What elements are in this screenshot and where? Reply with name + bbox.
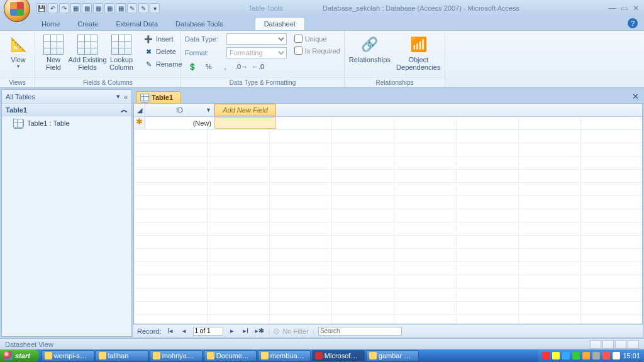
qat-icon[interactable]: ✎ bbox=[138, 3, 148, 13]
next-record-button[interactable]: ▸ bbox=[227, 327, 237, 336]
taskbar-item[interactable]: mohriya… bbox=[150, 350, 203, 361]
select-all-cell[interactable]: ◢ bbox=[134, 104, 145, 116]
pivotchart-view-button[interactable] bbox=[615, 340, 626, 349]
view-button[interactable]: 📐 View▾ bbox=[4, 33, 33, 70]
column-add-new-field[interactable]: Add New Field bbox=[214, 104, 276, 116]
lookup-column-button[interactable]: Lookup Column bbox=[107, 33, 136, 72]
close-button[interactable]: ✕ bbox=[633, 4, 639, 13]
unique-checkbox[interactable]: Unique bbox=[294, 35, 340, 43]
new-record-button[interactable]: ▸✱ bbox=[255, 327, 265, 336]
qat-more-icon[interactable]: ▾ bbox=[150, 3, 160, 13]
taskbar-items: wempi-s… latihan mohriya… Docume… membua… bbox=[42, 350, 539, 361]
tray-icon[interactable] bbox=[602, 352, 610, 359]
taskbar-item[interactable]: wempi-s… bbox=[42, 350, 94, 361]
help-button[interactable]: ? bbox=[628, 18, 638, 28]
grid-bg bbox=[134, 104, 642, 324]
add-existing-fields-button[interactable]: Add Existing Fields bbox=[73, 33, 102, 72]
qat-icon[interactable]: ▦ bbox=[82, 3, 92, 13]
record-position-input[interactable] bbox=[193, 327, 223, 336]
last-record-button[interactable]: ▸I bbox=[241, 327, 251, 336]
tab-datasheet[interactable]: Datasheet bbox=[255, 17, 305, 30]
design-view-button[interactable] bbox=[628, 340, 639, 349]
no-filter-indicator[interactable]: ⛒ No Filter bbox=[274, 327, 309, 335]
system-tray: 15:01 bbox=[538, 349, 644, 362]
delete-icon: ✖ bbox=[143, 47, 153, 57]
qat-icon[interactable]: ▦ bbox=[104, 3, 114, 13]
ribbon: 📐 View▾ Views New Field Add Existing Fie… bbox=[0, 30, 644, 88]
close-doc-button[interactable]: ✕ bbox=[632, 92, 639, 101]
taskbar-item[interactable]: membua… bbox=[258, 350, 311, 361]
percent-button[interactable]: % bbox=[201, 61, 216, 72]
tab-external-data[interactable]: External Data bbox=[107, 18, 167, 30]
decrease-decimals-button[interactable]: ←.0 bbox=[250, 61, 265, 72]
workspace: All Tables ▾ « Table1 ︽ Table1 : Table T… bbox=[0, 88, 644, 338]
navpane-header[interactable]: All Tables ▾ « bbox=[2, 90, 131, 104]
data-type-label: Data Type: bbox=[185, 35, 223, 43]
shutter-button[interactable]: « bbox=[124, 93, 128, 101]
tray-icon[interactable] bbox=[613, 352, 620, 359]
column-id[interactable]: ID▼ bbox=[145, 104, 214, 116]
rename-button[interactable]: ✎Rename bbox=[141, 58, 185, 70]
inc-dec-icon: .0→ bbox=[236, 62, 247, 72]
tray-icon[interactable] bbox=[572, 352, 580, 359]
table-icon bbox=[13, 119, 23, 128]
chevron-down-icon[interactable]: ▼ bbox=[206, 107, 211, 113]
navpane-group[interactable]: Table1 ︽ bbox=[2, 104, 131, 116]
datasheet-view-button[interactable] bbox=[590, 340, 601, 349]
access-icon bbox=[315, 352, 323, 359]
taskbar-item[interactable]: Microsof… bbox=[312, 350, 365, 361]
app-icon bbox=[369, 352, 377, 359]
clock[interactable]: 15:01 bbox=[623, 352, 640, 359]
qat-redo-icon[interactable]: ↷ bbox=[59, 3, 69, 13]
folder-icon bbox=[99, 352, 106, 359]
start-button[interactable]: start bbox=[0, 349, 39, 362]
group-label: Data Type & Formatting bbox=[181, 77, 344, 87]
taskbar-item[interactable]: gambar … bbox=[366, 350, 419, 361]
qat-icon[interactable]: ▦ bbox=[93, 3, 103, 13]
required-checkbox[interactable]: Is Required bbox=[294, 47, 340, 55]
delete-button[interactable]: ✖Delete bbox=[141, 46, 185, 57]
tray-icon[interactable] bbox=[552, 352, 560, 359]
tray-icon[interactable] bbox=[562, 352, 570, 359]
currency-button[interactable]: 💲 bbox=[185, 61, 200, 72]
tray-icon[interactable] bbox=[542, 352, 550, 359]
insert-button[interactable]: ➕Insert bbox=[141, 33, 185, 45]
window-title: Table Tools Database_sekolah : Database … bbox=[160, 4, 608, 13]
object-dependencies-button[interactable]: 📶 Object Dependencies bbox=[396, 33, 441, 72]
minimize-button[interactable]: ― bbox=[608, 4, 616, 13]
group-label: Relationships bbox=[345, 77, 445, 87]
relationships-button[interactable]: 🔗 Relationships bbox=[348, 33, 391, 65]
qat-save-icon[interactable]: 💾 bbox=[36, 3, 47, 13]
row-selector-new[interactable]: ✱ bbox=[134, 117, 145, 129]
tray-icon[interactable] bbox=[592, 352, 600, 359]
comma-button[interactable]: , bbox=[218, 61, 233, 72]
group-label: Views bbox=[0, 77, 35, 87]
datasheet[interactable]: ◢ ID▼ Add New Field ✱ (New) bbox=[133, 103, 643, 324]
restore-button[interactable]: ▭ bbox=[621, 4, 628, 13]
increase-decimals-button[interactable]: .0→ bbox=[234, 61, 249, 72]
new-field-icon bbox=[43, 35, 64, 55]
record-label: Record: bbox=[137, 327, 162, 335]
taskbar-item[interactable]: latihan bbox=[96, 350, 148, 361]
qat-icon[interactable]: ▦ bbox=[116, 3, 126, 13]
search-input[interactable] bbox=[318, 327, 402, 336]
format-combo[interactable]: Formatting bbox=[226, 47, 287, 58]
cell-id[interactable]: (New) bbox=[145, 117, 214, 129]
nav-item-table1[interactable]: Table1 : Table bbox=[2, 116, 131, 130]
new-field-button[interactable]: New Field bbox=[39, 33, 68, 72]
tab-database-tools[interactable]: Database Tools bbox=[167, 18, 232, 30]
cell-add-new[interactable] bbox=[214, 117, 276, 129]
tab-create[interactable]: Create bbox=[69, 18, 107, 30]
qat-icon[interactable]: ▦ bbox=[70, 3, 80, 13]
qat-undo-icon[interactable]: ↶ bbox=[48, 3, 58, 13]
group-label: Fields & Columns bbox=[35, 77, 180, 87]
pivottable-view-button[interactable] bbox=[602, 340, 614, 349]
qat-icon[interactable]: ✎ bbox=[127, 3, 137, 13]
first-record-button[interactable]: I◂ bbox=[165, 327, 175, 336]
doc-tab-table1[interactable]: Table1 bbox=[136, 91, 181, 103]
tab-home[interactable]: Home bbox=[33, 18, 69, 30]
data-type-combo[interactable] bbox=[226, 33, 287, 45]
tray-icon[interactable] bbox=[582, 352, 590, 359]
prev-record-button[interactable]: ◂ bbox=[179, 327, 189, 336]
taskbar-item[interactable]: Docume… bbox=[204, 350, 257, 361]
